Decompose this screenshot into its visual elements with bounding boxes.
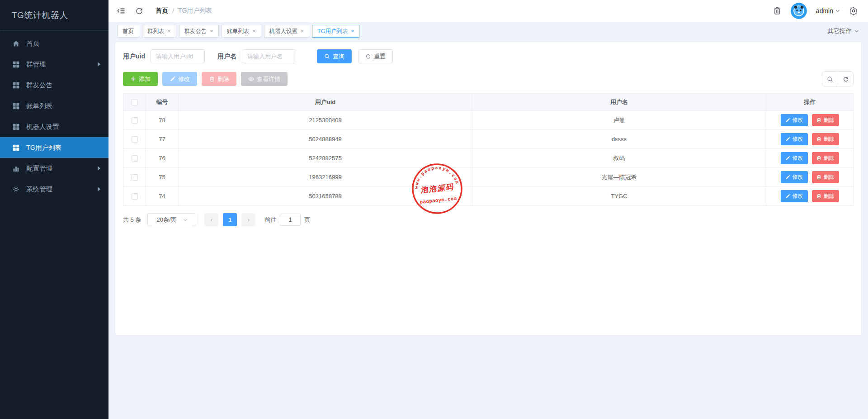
row-delete-button[interactable]: 删除 — [812, 114, 839, 126]
next-page-button[interactable]: › — [241, 213, 255, 226]
delete-button-disabled[interactable]: 删除 — [202, 72, 236, 86]
edit-icon — [785, 156, 790, 161]
select-all-checkbox[interactable] — [132, 99, 138, 105]
sidebar-item-label: 系统管理 — [26, 185, 52, 194]
gear-icon[interactable] — [849, 6, 858, 15]
refresh-table-button[interactable] — [838, 72, 853, 86]
sidebar-item-label: TG用户列表 — [26, 143, 61, 152]
row-edit-button[interactable]: 修改 — [781, 152, 808, 164]
content-wrapper: 用户uid 用户名 查询 重置 — [108, 41, 868, 419]
row-edit-button[interactable]: 修改 — [781, 190, 808, 202]
reset-button[interactable]: 重置 — [358, 49, 393, 63]
sidebar-item-bot-settings[interactable]: 机器人设置 — [0, 116, 108, 137]
tab-announce[interactable]: 群发公告 × — [179, 25, 219, 38]
tab-bot-settings[interactable]: 机器人设置 × — [264, 25, 310, 38]
header-checkbox-cell — [123, 94, 146, 110]
page-unit-label: 页 — [304, 216, 310, 224]
user-menu[interactable]: admin — [816, 7, 840, 14]
grid-icon — [12, 144, 20, 152]
cell-id: 75 — [146, 168, 179, 186]
row-delete-label: 删除 — [824, 135, 835, 143]
close-icon[interactable]: × — [168, 29, 171, 34]
sidebar-item-config[interactable]: 配置管理 — [0, 158, 108, 179]
sidebar-item-label: 群管理 — [26, 60, 46, 69]
username-input[interactable] — [242, 49, 296, 63]
sidebar-item-home[interactable]: 首页 — [0, 33, 108, 54]
uid-input[interactable] — [151, 49, 205, 63]
row-edit-button[interactable]: 修改 — [781, 171, 808, 183]
avatar[interactable] — [791, 3, 807, 19]
view-detail-button-disabled[interactable]: 查看详情 — [241, 72, 288, 86]
breadcrumb-home[interactable]: 首页 — [156, 7, 168, 15]
edit-button-disabled[interactable]: 修改 — [162, 72, 197, 86]
row-delete-button[interactable]: 删除 — [812, 171, 839, 183]
sidebar-item-announce[interactable]: 群发公告 — [0, 75, 108, 95]
row-edit-button[interactable]: 修改 — [781, 114, 808, 126]
cell-uid: 5024888949 — [179, 130, 472, 148]
close-icon[interactable]: × — [253, 29, 256, 34]
row-delete-button[interactable]: 删除 — [812, 190, 839, 202]
chevron-down-icon — [183, 218, 188, 222]
tab-home[interactable]: 首页 — [117, 25, 139, 38]
trash-icon — [816, 137, 821, 142]
sidebar-item-system[interactable]: 系统管理 — [0, 179, 108, 200]
tags-view-bar: 首页 群列表 × 群发公告 × 账单列表 × 机器人设置 × TG用户列表 × — [108, 22, 868, 41]
edit-icon — [785, 118, 790, 123]
query-button[interactable]: 查询 — [317, 49, 352, 63]
grid-icon — [12, 123, 20, 131]
app-title: TG统计机器人 — [0, 0, 108, 30]
row-edit-button[interactable]: 修改 — [781, 133, 808, 145]
tab-label: TG用户列表 — [317, 28, 348, 35]
add-button[interactable]: 添加 — [123, 72, 158, 86]
breadcrumb: 首页 / TG用户列表 — [156, 7, 212, 15]
cell-name: 卢曼 — [472, 111, 766, 129]
row-checkbox[interactable] — [132, 136, 138, 143]
row-edit-label: 修改 — [793, 116, 803, 124]
row-delete-label: 删除 — [824, 116, 835, 124]
table-header-row: 编号 用户uid 用户名 操作 — [123, 94, 853, 111]
chevron-down-icon — [854, 29, 859, 33]
content-card: 用户uid 用户名 查询 重置 — [115, 42, 861, 335]
more-actions-dropdown[interactable]: 其它操作 — [827, 27, 859, 35]
tab-bills[interactable]: 账单列表 × — [222, 25, 261, 38]
grid-icon — [12, 61, 20, 68]
row-checkbox[interactable] — [132, 174, 138, 181]
row-checkbox[interactable] — [132, 155, 138, 162]
chevron-down-icon — [835, 9, 840, 13]
sidebar-item-group-manage[interactable]: 群管理 — [0, 54, 108, 75]
sidebar-item-tg-users[interactable]: TG用户列表 — [0, 137, 108, 158]
tab-group-list[interactable]: 群列表 × — [142, 25, 176, 38]
eye-icon — [248, 76, 254, 82]
tab-tg-users[interactable]: TG用户列表 × — [312, 25, 359, 38]
refresh-icon[interactable] — [135, 6, 144, 15]
row-checkbox[interactable] — [132, 193, 138, 200]
sidebar-item-bills[interactable]: 账单列表 — [0, 95, 108, 116]
collapse-sidebar-icon[interactable] — [117, 6, 126, 15]
close-icon[interactable]: × — [210, 29, 213, 34]
cell-uid: 5031658788 — [179, 187, 472, 205]
header-id: 编号 — [146, 94, 179, 110]
close-icon[interactable]: × — [351, 29, 354, 34]
row-delete-button[interactable]: 删除 — [812, 133, 839, 145]
goto-page-input[interactable] — [280, 214, 301, 226]
cell-uid: 2125300408 — [179, 111, 472, 129]
username-label: 用户名 — [217, 52, 236, 61]
uid-label: 用户uid — [123, 52, 145, 61]
home-icon — [12, 40, 20, 48]
row-delete-button[interactable]: 删除 — [812, 152, 839, 164]
main-area: 首页 / TG用户列表 — [108, 0, 868, 419]
row-edit-label: 修改 — [793, 135, 803, 143]
page-1-button[interactable]: 1 — [223, 213, 237, 226]
cell-id: 76 — [146, 149, 179, 167]
users-table: 编号 用户uid 用户名 操作 78 2125300408 卢曼 — [123, 93, 854, 206]
tab-label: 首页 — [123, 28, 134, 35]
trash-icon[interactable] — [773, 6, 782, 15]
tab-label: 账单列表 — [227, 28, 250, 35]
prev-page-button[interactable]: ‹ — [204, 213, 218, 226]
page-size-select[interactable]: 20条/页 — [147, 213, 196, 226]
close-icon[interactable]: × — [301, 29, 304, 34]
row-checkbox[interactable] — [132, 117, 138, 124]
search-toggle-button[interactable] — [822, 72, 838, 86]
top-navbar: 首页 / TG用户列表 — [108, 0, 868, 22]
sidebar-item-label: 配置管理 — [26, 164, 52, 173]
